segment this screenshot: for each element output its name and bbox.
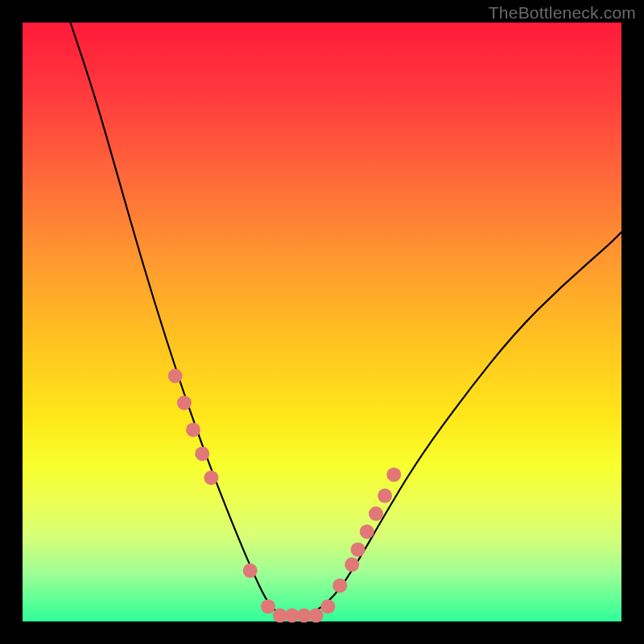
- data-marker: [320, 599, 335, 613]
- data-marker: [332, 578, 347, 592]
- data-marker: [386, 468, 401, 482]
- data-marker: [351, 543, 365, 557]
- plot-area: [23, 23, 621, 621]
- marker-group: [168, 369, 402, 623]
- data-marker: [186, 423, 200, 437]
- data-marker: [243, 564, 258, 578]
- data-marker: [261, 599, 275, 613]
- data-marker: [195, 447, 209, 461]
- chart-svg: [23, 23, 621, 621]
- data-marker: [168, 369, 183, 383]
- bottleneck-curve: [71, 23, 622, 616]
- data-marker: [360, 524, 374, 539]
- data-marker: [345, 557, 359, 572]
- data-marker: [378, 489, 392, 503]
- data-marker: [309, 609, 324, 623]
- watermark-text: TheBottleneck.com: [489, 3, 636, 23]
- data-marker: [177, 395, 192, 410]
- data-marker: [369, 506, 383, 521]
- data-marker: [204, 470, 218, 485]
